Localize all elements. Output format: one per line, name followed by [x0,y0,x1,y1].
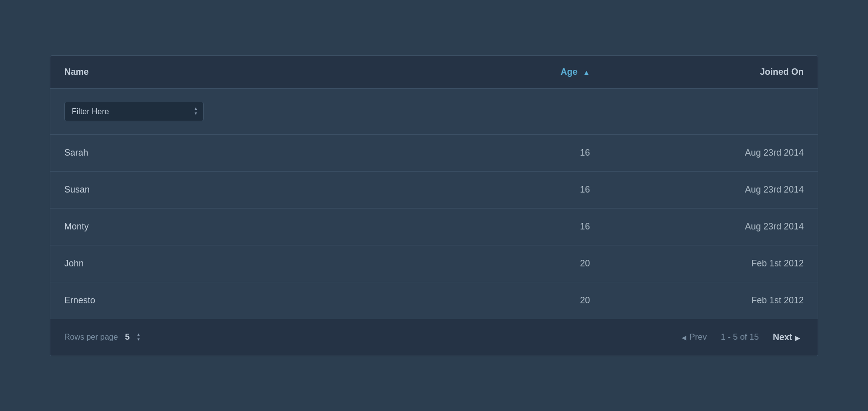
sort-asc-icon: ▲ [583,68,590,76]
table-row: Susan 16 Aug 23rd 2014 [50,171,818,208]
cell-age: 16 [463,208,604,245]
chevron-left-icon [682,332,686,342]
filter-row: Filter Here [50,88,818,134]
table-row: Ernesto 20 Feb 1st 2012 [50,282,818,319]
table-footer: Rows per page 5 ▲ ▼ Prev 1 - 5 of 15 Nex… [50,319,818,356]
pagination-info: 1 - 5 of 15 [721,332,759,342]
table-header-row: Name Age ▲ Joined On [50,56,818,89]
cell-joined: Feb 1st 2012 [604,282,818,319]
column-header-age[interactable]: Age ▲ [463,56,604,89]
column-header-joined[interactable]: Joined On [604,56,818,89]
chevron-right-icon [795,332,800,343]
rows-per-page-label: Rows per page [64,333,118,342]
rows-stepper-up-button[interactable]: ▲ [137,333,141,337]
filter-joined-cell [604,88,818,134]
next-label: Next [773,332,792,343]
prev-label: Prev [689,332,707,342]
table-container: Name Age ▲ Joined On Filter Here [50,55,818,356]
cell-joined: Feb 1st 2012 [604,245,818,282]
cell-name: John [50,245,463,282]
next-button[interactable]: Next [769,330,804,345]
cell-name: Susan [50,171,463,208]
rows-per-page-stepper[interactable]: ▲ ▼ [137,333,141,342]
cell-age: 16 [463,134,604,171]
table-row: John 20 Feb 1st 2012 [50,245,818,282]
prev-button[interactable]: Prev [678,330,711,344]
table-row: Monty 16 Aug 23rd 2014 [50,208,818,245]
filter-age-cell [463,88,604,134]
rows-stepper-down-button[interactable]: ▼ [137,338,141,342]
data-table: Name Age ▲ Joined On Filter Here [50,56,818,319]
rows-per-page-control: Rows per page 5 ▲ ▼ [64,332,141,342]
filter-wrapper: Filter Here [64,102,204,121]
column-header-name[interactable]: Name [50,56,463,89]
rows-per-page-value: 5 [125,332,130,342]
cell-age: 20 [463,282,604,319]
cell-name: Monty [50,208,463,245]
table-row: Sarah 16 Aug 23rd 2014 [50,134,818,171]
pagination-controls: Prev 1 - 5 of 15 Next [678,330,804,345]
filter-cell: Filter Here [50,88,463,134]
cell-name: Ernesto [50,282,463,319]
cell-age: 16 [463,171,604,208]
filter-select[interactable]: Filter Here [64,102,204,121]
cell-joined: Aug 23rd 2014 [604,134,818,171]
cell-joined: Aug 23rd 2014 [604,171,818,208]
cell-name: Sarah [50,134,463,171]
cell-joined: Aug 23rd 2014 [604,208,818,245]
cell-age: 20 [463,245,604,282]
